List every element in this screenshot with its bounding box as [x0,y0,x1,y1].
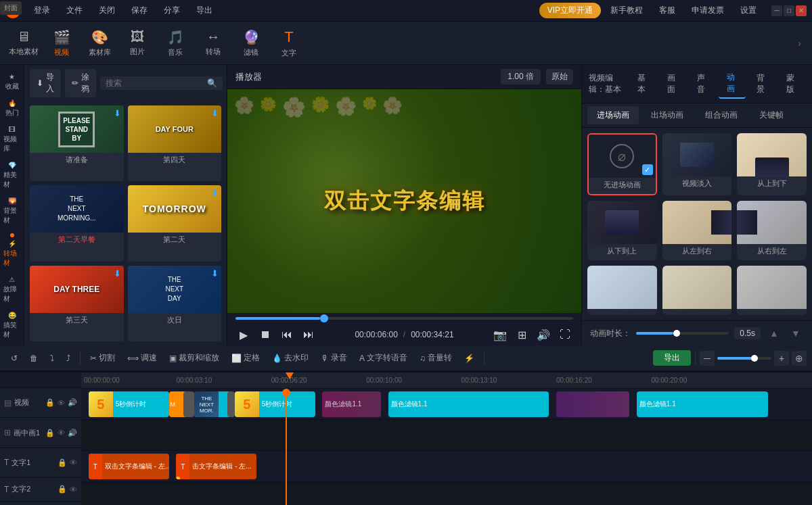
menu-file[interactable]: 文件 [60,2,89,19]
menu-login[interactable]: 登录 [27,2,57,19]
clip-transition-1[interactable] [183,391,194,417]
sidebar-premium[interactable]: 💎 精美材 [2,159,22,192]
lock-icon-pip[interactable]: 🔒 [45,429,55,437]
tab-basic[interactable]: 基本 [629,70,656,98]
settings-link[interactable]: 设置 [734,2,763,19]
tab-audio[interactable]: 声音 [689,70,716,98]
eye-icon-text1[interactable]: 👁 [70,458,77,466]
tool-material[interactable]: 🎨 素材库 [81,24,118,63]
invoice-link[interactable]: 申请发票 [685,2,731,19]
eye-icon-video[interactable]: 👁 [58,399,65,407]
clip-text1-a[interactable]: T 双击文字条编辑 - 左... [89,454,169,479]
speed-button[interactable]: 1.00 倍 [501,69,541,85]
duration-step-down[interactable]: ▲ [766,325,782,341]
tab-mask[interactable]: 蒙版 [778,70,805,98]
media-item-tomorrow[interactable]: TOMORROW ⬇ 第二天 [128,185,222,261]
tool-filter[interactable]: 🔮 滤镜 [233,24,269,63]
eye-icon-text2[interactable]: 👁 [70,485,77,494]
support-link[interactable]: 客服 [652,2,682,19]
tool-music[interactable]: 🎵 音乐 [157,24,194,63]
tab-animation[interactable]: 动画 [719,69,746,99]
split-screen-button[interactable]: ⊞ [514,327,530,343]
speed-button[interactable]: ⟺ 调速 [122,350,162,366]
capture-button[interactable]: 📷 [492,327,508,343]
watermark-button[interactable]: 💧 去水印 [267,350,314,366]
zoom-out-button[interactable]: ─ [700,351,715,366]
vol-icon-video[interactable]: 🔊 [68,398,77,407]
close-button[interactable]: ✕ [796,5,807,16]
import-button[interactable]: ⬇ 导入 [30,69,61,97]
sidebar-glitch[interactable]: ⚠ 故障材 [2,273,22,306]
sidebar-hot[interactable]: 🔥 热门 [2,97,22,120]
clip-countdown-1[interactable]: 5 5秒倒计时 [89,391,169,417]
freeze-button[interactable]: ⬜ 定格 [226,350,265,366]
play-button[interactable]: ▶ [235,327,252,343]
record-button[interactable]: 🎙 录音 [315,350,353,366]
tab-background[interactable]: 背景 [748,70,775,98]
media-item-day-four[interactable]: DAY FOUR ⬇ 第四天 [128,105,222,181]
menu-save[interactable]: 保存 [125,2,154,19]
clip-color-filter-1[interactable]: 颜色滤镜1.1 [322,391,380,417]
anim-tab-exit[interactable]: 出场动画 [641,106,693,124]
maximize-button[interactable]: □ [784,5,794,16]
sidebar-favorites[interactable]: ★ 收藏 [2,70,22,94]
clip-color-filter-2[interactable] [556,391,629,417]
sidebar-video-lib[interactable]: 🎞 视频库 [2,123,22,156]
anim-none[interactable]: ⌀ ✓ 无进场动画 [587,133,657,195]
duration-slider[interactable] [636,332,729,335]
media-item-next-day[interactable]: THENEXTDAY ⬇ 次日 [128,266,222,341]
tool-text[interactable]: T 文字 [271,24,307,63]
audio-convert-button[interactable]: ♫ 音量转 [414,350,457,366]
undo-button[interactable]: ↺ [5,352,23,365]
clip-text1-b[interactable]: T 击文字条编辑 - 左... [176,454,256,479]
anim-left-right[interactable]: 从左到右 [662,201,732,260]
vip-button[interactable]: VIP立即开通 [539,3,601,18]
next-frame-button[interactable]: ⏭ [300,327,317,343]
tts-button[interactable]: A 文字转语音 [354,350,413,366]
fullscreen-button[interactable]: ⛶ [557,327,573,343]
tool-photo[interactable]: 🖼 图片 [119,24,156,63]
crop-button[interactable]: ▣ 裁剪和缩放 [164,350,225,366]
lock-icon-text2[interactable]: 🔒 [58,485,67,494]
anim-fade-in[interactable]: 视频淡入 [662,133,732,195]
search-input[interactable] [106,78,207,88]
video-preview[interactable]: 🌸🌼🌸🌼 🌸🌼🌸 双击文字条编辑 [227,89,581,313]
media-item-day-three[interactable]: DAY THREE ⬇ 第三天 [30,266,124,341]
anim-right-left[interactable]: 从右到左 [737,201,807,260]
media-item-please-stand-by[interactable]: PLEASESTANDBY ⬇ 请准备 [30,105,124,181]
doodle-button[interactable]: ✏ 涂鸦 [65,69,96,97]
zoom-in-button[interactable]: + [774,351,789,366]
menu-export[interactable]: 导出 [189,2,219,19]
volume-button[interactable]: 🔊 [535,327,551,343]
anim-tab-keyframe[interactable]: 关键帧 [750,106,793,124]
sidebar-bg[interactable]: 🌄 背景材 [2,195,22,228]
duration-step-up[interactable]: ▼ [788,325,804,341]
menu-close[interactable]: 关闭 [92,2,122,19]
delete-button[interactable]: 🗑 [24,352,43,365]
player-progress-bar[interactable] [235,317,573,320]
anim-bottom-up[interactable]: 从下到上 [587,201,657,260]
tutorial-link[interactable]: 新手教程 [604,2,650,19]
anim-zoom3[interactable] [737,266,807,315]
anim-top-down[interactable]: 从上到下 [737,133,807,195]
lock-icon-text1[interactable]: 🔒 [58,458,67,467]
clip-transition-2[interactable] [227,391,235,417]
tool-video[interactable]: 🎬 视频 [43,24,80,63]
clip-countdown-2[interactable]: 5 5秒倒计时 [235,391,315,417]
sidebar-transition-cat[interactable]: ⚡ 转场材 [2,231,22,270]
stop-button[interactable]: ⏹ [257,327,273,343]
vol-icon-pip[interactable]: 🔊 [68,429,77,437]
clip-next-morning[interactable]: THENEXTMOR. [194,391,231,417]
clip-long[interactable]: 颜色滤镜1.1 [388,391,549,417]
cut-button[interactable]: ✂ 切割 [85,350,120,366]
clip-end[interactable]: 颜色滤镜1.1 [637,391,768,417]
export-button[interactable]: 导出 [653,350,691,366]
anim-tab-combo[interactable]: 组合动画 [696,106,747,124]
anim-zoom1[interactable] [587,266,657,315]
menu-share[interactable]: 分享 [157,2,187,19]
flash-button[interactable]: ⚡ [459,352,480,365]
tab-canvas[interactable]: 画面 [659,70,686,98]
anim-tab-enter[interactable]: 进场动画 [587,106,639,124]
redo-back[interactable]: ⤴ [61,352,76,365]
minimize-button[interactable]: ─ [771,5,782,16]
